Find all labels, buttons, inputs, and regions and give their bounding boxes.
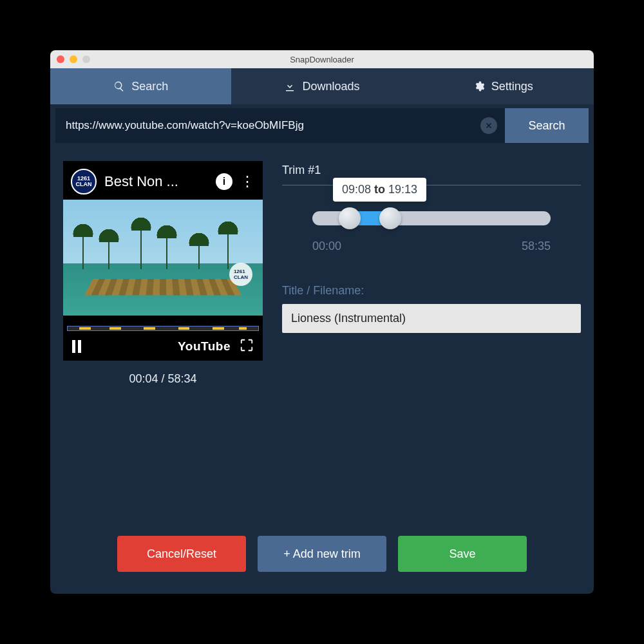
cancel-button[interactable]: Cancel/Reset xyxy=(117,536,246,572)
titlebar: SnapDownloader xyxy=(50,50,594,68)
minimize-window-button[interactable] xyxy=(70,55,77,63)
slider-max-label: 58:35 xyxy=(522,240,551,253)
add-trim-button[interactable]: + Add new trim xyxy=(258,536,386,572)
slider-handle-start[interactable] xyxy=(339,207,361,229)
url-input[interactable] xyxy=(55,108,505,143)
main-tabs: Search Downloads Settings xyxy=(50,68,594,104)
close-icon xyxy=(485,122,493,129)
video-title: Best Non ... xyxy=(104,173,178,190)
trim-heading: Trim #1 xyxy=(282,164,581,177)
tab-search-label: Search xyxy=(131,80,168,93)
trim-end-value: 19:13 xyxy=(388,183,417,196)
tab-settings[interactable]: Settings xyxy=(413,68,594,104)
slider-min-label: 00:00 xyxy=(312,240,341,253)
divider xyxy=(282,185,581,185)
video-thumbnail-image: 1261CLAN xyxy=(63,200,263,316)
more-icon[interactable]: ⋮ xyxy=(240,173,255,190)
trim-tooltip: 09:08 to 19:13 xyxy=(333,178,426,202)
fullscreen-button[interactable] xyxy=(240,338,254,355)
download-icon xyxy=(284,80,296,92)
search-bar: Search xyxy=(55,108,589,143)
slider-track[interactable] xyxy=(312,211,551,225)
slider-handle-end[interactable] xyxy=(379,207,401,229)
fullscreen-icon xyxy=(240,338,254,352)
window-title: SnapDownloader xyxy=(50,55,594,64)
video-progress-bar[interactable] xyxy=(67,326,259,331)
tab-settings-label: Settings xyxy=(491,80,533,93)
tab-search[interactable]: Search xyxy=(50,68,231,104)
close-window-button[interactable] xyxy=(57,55,64,63)
pause-button[interactable] xyxy=(72,340,81,353)
clear-url-button[interactable] xyxy=(480,117,497,134)
youtube-logo: YouTube xyxy=(178,339,231,354)
trim-to-label: to xyxy=(374,183,385,196)
video-preview[interactable]: 1261CLAN Best Non ... i ⋮ 1261CLAN xyxy=(63,161,263,361)
video-time-caption: 00:04 / 58:34 xyxy=(63,372,263,386)
search-icon xyxy=(113,80,125,92)
save-button[interactable]: Save xyxy=(398,536,527,572)
filename-input[interactable] xyxy=(282,304,581,333)
channel-avatar: 1261CLAN xyxy=(71,169,97,194)
zoom-window-button[interactable] xyxy=(82,55,90,63)
info-icon[interactable]: i xyxy=(216,173,232,190)
trim-range-slider[interactable]: 09:08 to 19:13 xyxy=(312,211,551,225)
app-window: SnapDownloader Search Downloads Settings… xyxy=(50,50,594,594)
search-button[interactable]: Search xyxy=(505,108,589,143)
gear-icon xyxy=(473,80,485,92)
tab-downloads-label: Downloads xyxy=(302,80,359,93)
trim-start-value: 09:08 xyxy=(342,183,371,196)
filename-label: Title / Filename: xyxy=(282,284,581,298)
tab-downloads[interactable]: Downloads xyxy=(231,68,412,104)
